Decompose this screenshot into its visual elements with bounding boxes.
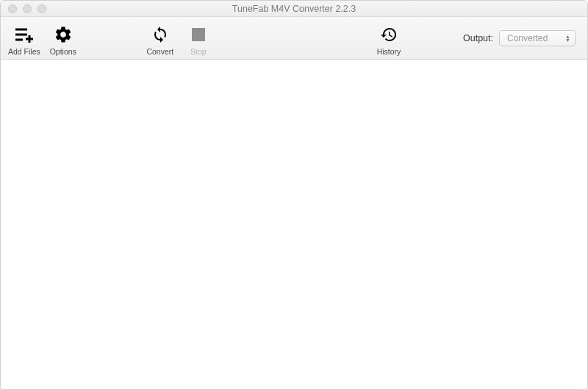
output-label: Output: bbox=[463, 33, 493, 43]
convert-label: Convert bbox=[146, 47, 173, 56]
window-controls bbox=[8, 4, 46, 13]
options-label: Options bbox=[50, 47, 76, 56]
content-area bbox=[1, 60, 587, 389]
output-area: Output: Converted ▲▼ bbox=[463, 30, 580, 46]
stop-label: Stop bbox=[190, 47, 207, 56]
toolbar-group-center: Convert Stop bbox=[145, 21, 214, 56]
stop-button: Stop bbox=[183, 21, 214, 56]
sync-icon bbox=[151, 24, 169, 46]
titlebar: TuneFab M4V Converter 2.2.3 bbox=[1, 1, 587, 17]
output-dropdown-value: Converted bbox=[507, 33, 548, 43]
options-button[interactable]: Options bbox=[48, 21, 79, 56]
add-files-label: Add Files bbox=[8, 47, 40, 56]
toolbar: Add Files Options Convert bbox=[1, 17, 587, 60]
add-files-icon bbox=[14, 24, 35, 46]
minimize-window-button[interactable] bbox=[23, 4, 32, 13]
toolbar-group-history: History bbox=[373, 21, 404, 56]
window-title: TuneFab M4V Converter 2.2.3 bbox=[7, 4, 581, 14]
add-files-button[interactable]: Add Files bbox=[8, 21, 40, 56]
output-dropdown[interactable]: Converted ▲▼ bbox=[499, 30, 576, 46]
history-button[interactable]: History bbox=[373, 21, 404, 56]
history-icon bbox=[379, 24, 398, 46]
convert-button[interactable]: Convert bbox=[145, 21, 176, 56]
gear-icon bbox=[54, 24, 73, 46]
chevron-up-down-icon: ▲▼ bbox=[565, 35, 570, 42]
close-window-button[interactable] bbox=[8, 4, 17, 13]
app-window: TuneFab M4V Converter 2.2.3 Add Files bbox=[0, 0, 588, 390]
history-label: History bbox=[377, 47, 401, 56]
stop-icon bbox=[192, 24, 205, 46]
zoom-window-button[interactable] bbox=[37, 4, 46, 13]
toolbar-group-left: Add Files Options bbox=[8, 21, 79, 56]
